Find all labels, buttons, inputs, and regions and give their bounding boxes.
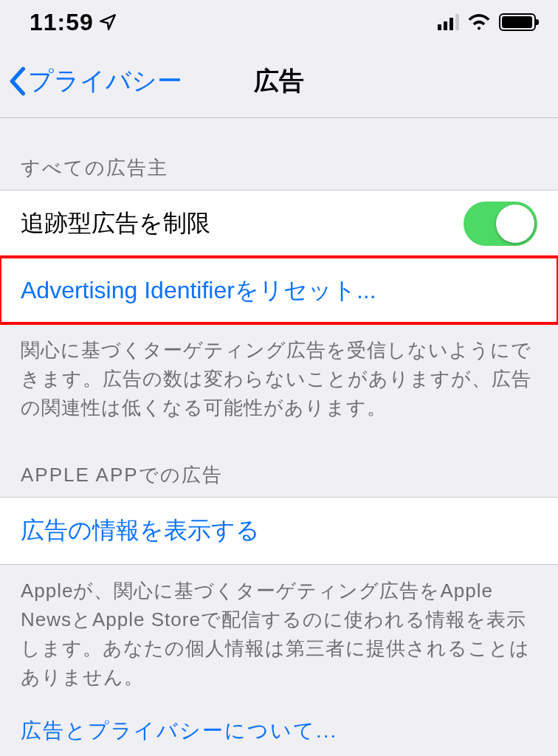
limit-ad-tracking-toggle[interactable]	[464, 202, 537, 246]
cellular-signal-icon	[438, 14, 459, 30]
reset-advertising-identifier-row[interactable]: Advertising Identifierをリセット...	[0, 257, 558, 323]
battery-icon	[499, 13, 536, 31]
wifi-icon	[468, 14, 490, 30]
chevron-left-icon	[7, 66, 27, 96]
status-left: 11:59	[30, 9, 117, 36]
location-icon	[98, 13, 117, 32]
back-button[interactable]: プライバシー	[0, 64, 182, 98]
limit-ad-tracking-label: 追跡型広告を制限	[21, 207, 210, 240]
status-time: 11:59	[30, 9, 94, 36]
limit-ad-tracking-row[interactable]: 追跡型広告を制限	[0, 190, 558, 257]
about-ads-privacy-link[interactable]: 広告とプライバシーについて...	[0, 692, 558, 756]
section2-footer: Appleが、関心に基づくターゲティング広告をApple NewsとApple …	[0, 565, 558, 692]
nav-bar: プライバシー 広告	[0, 44, 558, 118]
back-label: プライバシー	[28, 64, 182, 98]
reset-advertising-identifier-label: Advertising Identifierをリセット...	[21, 275, 376, 307]
section-header-all-advertisers: すべての広告主	[0, 118, 558, 190]
section1-footer: 関心に基づくターゲティング広告を受信しないようにできます。広告の数は変わらないこ…	[0, 324, 558, 422]
view-ad-info-label: 広告の情報を表示する	[21, 515, 260, 547]
toggle-knob	[496, 205, 534, 243]
cell-group-apple-ads: 広告の情報を表示する	[0, 497, 558, 565]
cell-group-advertisers: 追跡型広告を制限 Advertising Identifierをリセット...	[0, 190, 558, 324]
section-header-apple-app-ads: APPLE APPでの広告	[0, 422, 558, 497]
status-right	[438, 13, 536, 31]
status-bar: 11:59	[0, 0, 558, 44]
view-ad-info-row[interactable]: 広告の情報を表示する	[0, 498, 558, 564]
